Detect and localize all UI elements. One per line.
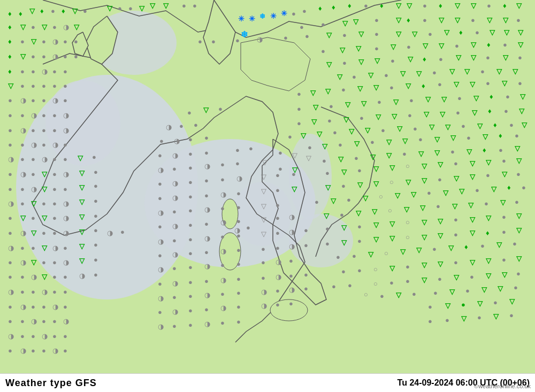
svg-text:●: ● <box>172 236 177 244</box>
svg-text:●: ● <box>436 202 440 210</box>
svg-text:●: ● <box>509 121 514 129</box>
svg-text:▽: ▽ <box>416 70 422 78</box>
svg-text:●: ● <box>384 71 388 79</box>
svg-text:◑: ◑ <box>276 273 281 281</box>
svg-text:▽: ▽ <box>400 70 406 78</box>
svg-text:●: ● <box>480 242 485 250</box>
svg-text:▽: ▽ <box>418 150 424 158</box>
svg-text:●: ● <box>220 233 225 241</box>
svg-text:◑: ◑ <box>52 141 58 149</box>
svg-text:●: ● <box>194 121 198 129</box>
svg-text:◑: ◑ <box>52 244 58 252</box>
svg-text:♦: ♦ <box>488 107 492 115</box>
svg-text:●: ● <box>8 258 12 266</box>
svg-text:▽: ▽ <box>338 155 344 163</box>
svg-text:●: ● <box>52 332 57 340</box>
svg-text:●: ● <box>381 126 385 134</box>
svg-text:●: ● <box>158 280 162 288</box>
watermark: ©weatheronline.co.uk <box>474 383 531 389</box>
svg-text:▽: ▽ <box>445 302 451 310</box>
svg-text:▽: ▽ <box>501 170 508 178</box>
svg-text:▽: ▽ <box>353 18 359 26</box>
svg-text:●: ● <box>336 253 340 261</box>
svg-text:◑: ◑ <box>63 126 69 134</box>
svg-text:●: ● <box>31 244 35 252</box>
svg-text:◑: ◑ <box>172 179 178 187</box>
svg-text:●: ● <box>427 189 431 197</box>
svg-text:◑: ◑ <box>20 303 26 311</box>
svg-text:●: ● <box>516 170 521 178</box>
svg-text:●: ● <box>128 4 133 12</box>
svg-text:●: ● <box>31 303 35 311</box>
svg-text:◑: ◑ <box>20 258 26 266</box>
svg-text:▽: ▽ <box>485 158 492 166</box>
svg-text:○: ○ <box>406 162 410 170</box>
svg-text:▽: ▽ <box>402 137 408 145</box>
svg-text:●: ● <box>8 347 12 355</box>
svg-text:▽: ▽ <box>355 209 362 217</box>
svg-text:♦: ♦ <box>62 7 65 15</box>
svg-text:◑: ◑ <box>31 141 37 149</box>
svg-text:●: ● <box>8 185 12 193</box>
svg-text:●: ● <box>63 273 67 281</box>
svg-text:●: ● <box>236 217 241 225</box>
svg-text:●: ● <box>289 299 293 308</box>
svg-text:◑: ◑ <box>220 276 226 284</box>
svg-text:◑: ◑ <box>63 170 69 178</box>
svg-text:●: ● <box>486 79 490 87</box>
svg-text:●: ● <box>325 225 330 233</box>
svg-text:◑: ◑ <box>42 67 48 75</box>
svg-text:◑: ◑ <box>204 205 210 213</box>
svg-text:●: ● <box>246 224 250 232</box>
svg-text:▽: ▽ <box>509 297 515 305</box>
svg-text:◑: ◑ <box>8 155 14 163</box>
svg-text:▽: ▽ <box>341 239 347 247</box>
svg-text:●: ● <box>20 37 25 45</box>
svg-text:▽: ▽ <box>330 197 337 205</box>
svg-text:●: ● <box>51 7 55 15</box>
svg-text:●: ● <box>188 321 193 329</box>
svg-text:▽: ▽ <box>453 273 460 281</box>
svg-text:●: ● <box>52 214 57 222</box>
svg-text:●: ● <box>475 186 479 194</box>
svg-text:●: ● <box>357 266 362 274</box>
svg-text:▽: ▽ <box>501 79 508 87</box>
svg-text:▽: ▽ <box>261 230 266 238</box>
svg-text:●: ● <box>289 272 293 280</box>
svg-text:●: ● <box>465 287 470 295</box>
svg-text:●: ● <box>52 317 57 325</box>
svg-text:●: ● <box>348 281 352 289</box>
svg-text:◑: ◑ <box>31 111 37 119</box>
svg-text:▽: ▽ <box>502 16 509 24</box>
svg-text:●: ● <box>94 256 98 264</box>
svg-text:●: ● <box>261 274 265 282</box>
svg-text:♦: ♦ <box>8 10 12 18</box>
svg-text:●: ● <box>408 111 412 119</box>
svg-text:●: ● <box>486 53 490 62</box>
svg-text:♦: ♦ <box>423 55 426 63</box>
svg-text:●: ● <box>94 182 98 190</box>
svg-text:●: ● <box>509 311 514 319</box>
svg-text:▽: ▽ <box>503 28 510 36</box>
svg-text:●: ● <box>158 251 162 259</box>
svg-text:●: ● <box>52 67 57 75</box>
svg-text:○: ○ <box>389 178 394 186</box>
svg-text:▽: ▽ <box>496 67 502 75</box>
svg-text:▽: ▽ <box>469 80 476 88</box>
svg-text:◑: ◑ <box>8 199 14 207</box>
svg-text:▽: ▽ <box>454 2 461 10</box>
svg-text:◑: ◑ <box>158 166 164 174</box>
svg-text:▽: ▽ <box>322 142 328 150</box>
svg-text:●: ● <box>236 203 241 211</box>
svg-text:◑: ◑ <box>204 320 210 328</box>
svg-text:◑: ◑ <box>289 242 295 250</box>
svg-text:▽: ▽ <box>357 84 363 93</box>
svg-text:●: ● <box>94 271 98 279</box>
svg-text:▽: ▽ <box>41 244 48 252</box>
svg-text:●: ● <box>235 146 240 154</box>
svg-text:●: ● <box>454 159 458 167</box>
svg-text:●: ● <box>8 214 12 222</box>
svg-text:●: ● <box>52 126 57 134</box>
svg-text:▽: ▽ <box>514 144 521 152</box>
svg-text:●: ● <box>332 282 336 290</box>
